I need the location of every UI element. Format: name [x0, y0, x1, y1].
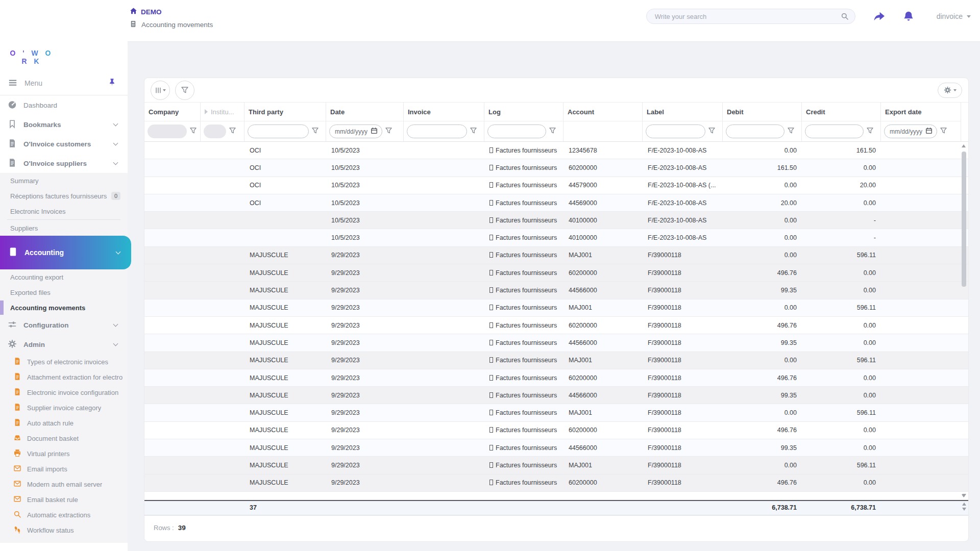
sidebar-subitem-suppliers[interactable]: Suppliers — [0, 220, 128, 236]
column-header-invoice[interactable]: Invoice — [404, 103, 484, 121]
vertical-scrollbar[interactable] — [961, 143, 967, 498]
column-header-third_party[interactable]: Third party — [244, 103, 326, 121]
user-menu[interactable]: dinvoice — [937, 12, 971, 20]
breadcrumb-root[interactable]: DEMO — [130, 7, 213, 16]
table-row[interactable]: MAJUSCULE9/29/2023Factures fournisseursM… — [144, 247, 968, 264]
sidebar-item-admin[interactable]: Admin — [0, 335, 128, 354]
filter-date-date[interactable]: mm/dd/yyyy — [329, 124, 382, 138]
sidebar-item-accounting[interactable]: Accounting — [0, 236, 131, 269]
table-row[interactable]: OCI10/5/2023Factures fournisseurs4456900… — [144, 194, 968, 212]
column-header-company[interactable]: Company — [144, 103, 201, 121]
table-row[interactable]: MAJUSCULE9/29/2023Factures fournisseurs6… — [144, 317, 968, 334]
sidebar-item-dashboard[interactable]: Dashboard — [0, 95, 128, 115]
hamburger-menu-icon[interactable] — [8, 78, 17, 89]
cell-date: 10/5/2023 — [326, 147, 404, 154]
sidebar-subitem-attachment-extraction-for-electroni[interactable]: Attachment extraction for electroni — [0, 369, 128, 385]
sidebar-subitem-accounting-export[interactable]: Accounting export — [0, 269, 128, 285]
bell-icon[interactable] — [903, 11, 914, 22]
sidebar-subitem-automatic-extractions[interactable]: Automatic extractions — [0, 507, 128, 522]
sidebar-item-bookmarks[interactable]: Bookmarks — [0, 115, 128, 134]
funnel-icon[interactable] — [385, 127, 393, 136]
table-row[interactable]: MAJUSCULE9/29/2023Factures fournisseurs4… — [144, 387, 968, 404]
sidebar-subitem-modern-auth-email-server[interactable]: Modern auth email server — [0, 477, 128, 492]
column-header-account[interactable]: Account — [564, 103, 643, 121]
sidebar-subitem-r-ceptions-factures-fournisseurs[interactable]: Réceptions factures fournisseurs 0 — [0, 188, 128, 204]
filter-input-credit[interactable] — [805, 124, 864, 138]
sidebar-subitem-accounting-movements[interactable]: Accounting movements — [0, 300, 128, 315]
filter-input-invoice[interactable] — [407, 124, 467, 138]
search-input[interactable] — [646, 9, 855, 24]
column-header-institution[interactable]: Institu... — [201, 103, 244, 121]
cell-debit: 0.00 — [723, 234, 802, 241]
table-row[interactable]: MAJUSCULE9/29/2023Factures fournisseursM… — [144, 404, 968, 421]
column-header-credit[interactable]: Credit — [802, 103, 881, 121]
scroll-up-icon[interactable] — [962, 503, 966, 506]
column-header-label[interactable]: Label — [643, 103, 723, 121]
scrollbar-thumb[interactable] — [962, 152, 966, 287]
funnel-icon[interactable] — [189, 127, 197, 136]
filter-input-debit[interactable] — [726, 124, 785, 138]
sidebar-subitem-email-basket-rule[interactable]: Email basket rule — [0, 492, 128, 507]
table-row[interactable]: 10/5/2023Factures fournisseurs40100000F/… — [144, 212, 968, 229]
sidebar-item-configuration[interactable]: Configuration — [0, 315, 128, 335]
filter-date-export_date[interactable]: mm/dd/yyyy — [884, 124, 937, 138]
pin-icon[interactable] — [108, 78, 116, 88]
table-row[interactable]: MAJUSCULE9/29/2023Factures fournisseursM… — [144, 457, 968, 474]
chevron-right-icon[interactable] — [205, 109, 208, 114]
sidebar-subitem-electronic-invoices[interactable]: Electronic Invoices — [0, 204, 128, 219]
sidebar-item-o-invoice-customers[interactable]: O'Invoice customers — [0, 134, 128, 154]
table-row[interactable]: MAJUSCULE9/29/2023Factures fournisseurs6… — [144, 264, 968, 282]
sidebar-subitem-workflow-status[interactable]: Workflow status — [0, 522, 128, 538]
total-credit: 6,738.71 — [802, 504, 881, 511]
sidebar-subitem-electronic-invoice-configuration[interactable]: Electronic invoice configuration — [0, 385, 128, 400]
sidebar-subitem-document-basket[interactable]: Document basket — [0, 431, 128, 446]
column-header-export_date[interactable]: Export date — [881, 103, 961, 121]
scroll-up-icon[interactable] — [962, 144, 966, 147]
sidebar-subitem-types-of-electronic-invoices[interactable]: Types of electronic invoices — [0, 354, 128, 369]
filter-input-log[interactable] — [487, 124, 546, 138]
table-row[interactable]: 10/5/2023Factures fournisseurs40100000F/… — [144, 229, 968, 246]
settings-button[interactable] — [938, 83, 962, 98]
table-row[interactable]: MAJUSCULE9/29/2023Factures fournisseurs6… — [144, 474, 968, 492]
sidebar-subitem-summary[interactable]: Summary — [0, 173, 128, 188]
topbar-actions: dinvoice — [646, 9, 971, 24]
table-row[interactable]: MAJUSCULE9/29/2023Factures fournisseursM… — [144, 299, 968, 317]
totals-scrollbar[interactable] — [962, 503, 966, 511]
sidebar-subitem-email-imports[interactable]: Email imports — [0, 461, 128, 477]
table-row[interactable]: MAJUSCULE9/29/2023Factures fournisseurs6… — [144, 422, 968, 439]
column-header-label: Third party — [249, 108, 283, 116]
funnel-icon[interactable] — [940, 127, 947, 136]
funnel-icon[interactable] — [470, 127, 477, 136]
scroll-down-icon[interactable] — [962, 508, 966, 511]
filter-input-label[interactable] — [646, 124, 705, 138]
funnel-icon[interactable] — [866, 127, 874, 136]
sidebar-subitem-exported-files[interactable]: Exported files — [0, 285, 128, 300]
sidebar-subitem-auto-attach-rule[interactable]: Auto attach rule — [0, 415, 128, 431]
table-row[interactable]: OCI10/5/2023Factures fournisseurs4457900… — [144, 177, 968, 194]
scroll-down-icon[interactable] — [962, 494, 966, 497]
column-header-debit[interactable]: Debit — [723, 103, 802, 121]
share-icon[interactable] — [873, 11, 886, 22]
table-row[interactable]: MAJUSCULE9/29/2023Factures fournisseurs4… — [144, 282, 968, 299]
column-header-log[interactable]: Log — [484, 103, 564, 121]
funnel-icon[interactable] — [708, 127, 716, 136]
sidebar-subitem-virtual-printers[interactable]: Virtual printers — [0, 446, 128, 461]
column-header-date[interactable]: Date — [326, 103, 404, 121]
sidebar-item-o-invoice-suppliers[interactable]: O'Invoice suppliers — [0, 154, 128, 173]
funnel-icon[interactable] — [787, 127, 795, 136]
funnel-icon[interactable] — [311, 127, 319, 136]
funnel-icon[interactable] — [229, 127, 236, 136]
funnel-icon[interactable] — [549, 127, 556, 136]
sidebar-subitem-supplier-invoice-category[interactable]: Supplier invoice category — [0, 400, 128, 415]
table-row[interactable]: MAJUSCULE9/29/2023Factures fournisseurs4… — [144, 334, 968, 352]
table-row[interactable]: OCI10/5/2023Factures fournisseurs6020000… — [144, 159, 968, 177]
search-icon[interactable] — [841, 12, 849, 22]
table-row[interactable]: MAJUSCULE9/29/2023Factures fournisseurs6… — [144, 369, 968, 387]
table-row[interactable]: MAJUSCULE9/29/2023Factures fournisseurs4… — [144, 439, 968, 457]
filter-input-third_party[interactable] — [248, 124, 309, 138]
table-row[interactable]: MAJUSCULE9/29/2023Factures fournisseursM… — [144, 352, 968, 369]
filter-button[interactable] — [175, 81, 194, 100]
columns-button[interactable] — [151, 81, 170, 100]
table-row[interactable]: OCI10/5/2023Factures fournisseurs1234567… — [144, 142, 968, 159]
logo-mountain-icon — [7, 7, 56, 46]
